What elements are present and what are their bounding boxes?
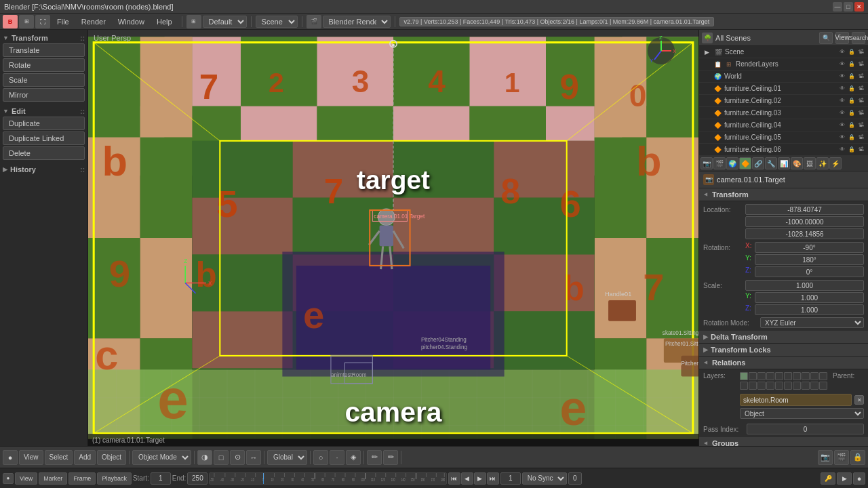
jump-start-button[interactable]: ⏮ (448, 472, 460, 485)
transform-locks-section-header[interactable]: ▶ Transform Locks (699, 344, 868, 357)
edit-section-header[interactable]: ▼ Edit :: (3, 106, 85, 117)
blender-logo[interactable]: B (3, 15, 18, 28)
layer-9[interactable] (810, 372, 818, 380)
layer-6[interactable] (784, 372, 792, 380)
engine-icon[interactable]: 🎬 (307, 15, 321, 28)
layer-1[interactable] (740, 372, 748, 380)
scene-props-icon[interactable]: 🎬 (713, 157, 726, 169)
duplicate-button[interactable]: Duplicate (3, 117, 85, 130)
layer-19[interactable] (810, 382, 818, 390)
search-btn[interactable]: Search (852, 32, 865, 44)
data-props-icon[interactable]: 📊 (778, 157, 790, 169)
physics-props-icon[interactable]: ⚡ (829, 157, 842, 169)
minimize-button[interactable]: — (833, 2, 842, 12)
outliner-item-ceiling05[interactable]: 🔶 furniture.Ceiling.05 👁 🔒 📽 (699, 131, 868, 144)
rotation-z-input[interactable] (755, 266, 864, 277)
translate-button[interactable]: Translate (3, 43, 85, 57)
viewport-shading-wire[interactable]: □ (214, 450, 229, 465)
object-mode-select[interactable]: Object Mode (132, 450, 191, 465)
layer-17[interactable] (793, 382, 801, 390)
particle-props-icon[interactable]: ✨ (816, 157, 829, 169)
layer-18[interactable] (802, 382, 810, 390)
playback-icon[interactable]: ▶ (837, 472, 852, 485)
relations-section-header[interactable]: ▼ Relations (699, 357, 868, 369)
pass-index-input[interactable] (747, 424, 864, 434)
outliner-item-ceiling01[interactable]: 🔶 furniture.Ceiling.01 👁 🔒 📽 (699, 83, 868, 95)
close-button[interactable]: ✕ (854, 2, 864, 12)
texture-props-icon[interactable]: 🖼 (804, 157, 816, 169)
timeline-ruler[interactable]: -50 -40 -30 -20 -10 0 10 20 30 40 50 60 … (209, 472, 446, 485)
select-button[interactable]: Select (45, 450, 73, 465)
scale-y-input[interactable] (755, 292, 864, 303)
layout-select[interactable]: Default (203, 16, 247, 28)
transform-section-header[interactable]: ▼ Transform (699, 188, 868, 201)
timeline-frame-button[interactable]: Frame (68, 472, 96, 485)
timeline-mode-icon[interactable]: ● (3, 473, 14, 484)
maximize-button[interactable]: □ (844, 2, 853, 12)
engine-select[interactable]: Blender Render (323, 16, 391, 28)
mode-icon[interactable]: ● (3, 450, 18, 465)
layer-8[interactable] (802, 372, 810, 380)
view-lock-icon[interactable]: 🔒 (850, 450, 865, 465)
fullscreen-icon[interactable]: ⛶ (35, 15, 50, 28)
pivot-point-icon[interactable]: ⊙ (230, 450, 245, 465)
object-button[interactable]: Object (97, 450, 126, 465)
render-menu[interactable]: Render (76, 16, 111, 27)
delta-transform-section-header[interactable]: ▶ Delta Transform (699, 331, 868, 344)
outliner-item-ceiling02[interactable]: 🔶 furniture.Ceiling.02 👁 🔒 📽 (699, 95, 868, 107)
window-menu[interactable]: Window (113, 16, 150, 27)
outliner-item-ceiling06[interactable]: 🔶 furniture.Ceiling.06 👁 🔒 📽 (699, 144, 868, 156)
help-menu[interactable]: Help (151, 16, 178, 27)
world-props-icon[interactable]: 🌍 (726, 157, 738, 169)
viewport[interactable]: 7 2 3 4 1 9 0 b 9 c b 7 5 7 8 6 b e b e … (88, 30, 698, 446)
outliner-item-ceiling04[interactable]: 🔶 furniture.Ceiling.04 👁 🔒 📽 (699, 119, 868, 131)
layer-12[interactable] (749, 382, 757, 390)
add-button[interactable]: Add (74, 450, 96, 465)
outliner-item-world[interactable]: 🌍 World 👁 🔒 📽 (699, 70, 868, 83)
keying-sets-icon[interactable]: 🔑 (821, 472, 835, 485)
duplicate-linked-button[interactable]: Duplicate Linked (3, 131, 85, 145)
layer-10[interactable] (819, 372, 827, 380)
layer-11[interactable] (740, 382, 748, 390)
render-props-icon[interactable]: 📷 (701, 157, 713, 169)
parent-input[interactable]: skeleton.Room (740, 394, 852, 406)
layer-16[interactable] (784, 382, 792, 390)
rotation-y-input[interactable] (755, 254, 864, 265)
transform-icon[interactable]: ↔ (246, 450, 261, 465)
scale-x-input[interactable] (745, 280, 864, 291)
opengl-render-anim[interactable]: 🎬 (834, 450, 849, 465)
parent-clear-button[interactable]: ✕ (854, 395, 864, 405)
snap-element-icon[interactable]: ◈ (346, 450, 361, 465)
mirror-button[interactable]: Mirror (3, 88, 85, 102)
start-frame-input[interactable] (151, 472, 171, 485)
global-select[interactable]: Global (267, 450, 307, 465)
object-props-icon[interactable]: 🔶 (739, 157, 751, 169)
parent-type-select[interactable]: Object (740, 408, 864, 419)
groups-section-header[interactable]: ▼ Groups (699, 437, 868, 446)
timeline-bottom-icon[interactable]: ● (853, 472, 865, 485)
layer-20[interactable] (819, 382, 827, 390)
transform-section-header[interactable]: ▼ Transform :: (3, 33, 85, 43)
location-z-input[interactable] (745, 228, 864, 239)
object-name-input[interactable] (717, 176, 864, 184)
scale-button[interactable]: Scale (3, 73, 85, 87)
sync-select[interactable]: No Sync (522, 472, 567, 485)
material-props-icon[interactable]: 🎨 (791, 157, 803, 169)
viewport-shading-solid[interactable]: ◑ (197, 450, 212, 465)
rotation-mode-select[interactable]: XYZ Euler (760, 317, 864, 328)
layer-14[interactable] (766, 382, 774, 390)
timeline-view-button[interactable]: View (15, 472, 37, 485)
layer-2[interactable] (749, 372, 757, 380)
scene-select[interactable]: Scene (256, 16, 298, 28)
current-frame-input[interactable] (500, 472, 521, 485)
constraint-props-icon[interactable]: 🔗 (752, 157, 764, 169)
layer-15[interactable] (775, 382, 783, 390)
location-x-input[interactable] (745, 204, 864, 215)
play-button[interactable]: ▶ (474, 472, 486, 485)
layer-7[interactable] (793, 372, 801, 380)
layer-5[interactable] (775, 372, 783, 380)
history-section-header[interactable]: ▶ History :: (3, 164, 85, 175)
snap-icon[interactable]: · (330, 450, 344, 465)
layer-3[interactable] (757, 372, 766, 380)
outliner-item-scene[interactable]: ▶ 🎬 Scene 👁 🔒 📽 (699, 46, 868, 58)
